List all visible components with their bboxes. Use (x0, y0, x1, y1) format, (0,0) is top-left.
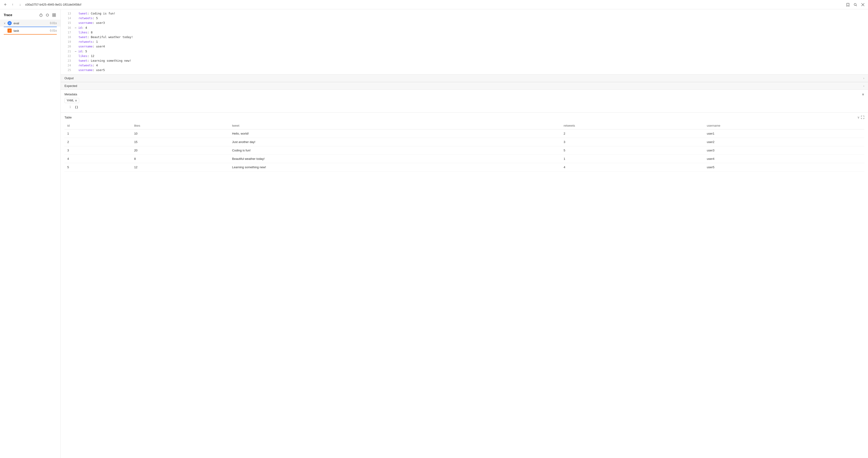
cell-id: 4 (64, 155, 131, 163)
code-line-13: 13 tweet: Coding is fun! (61, 11, 868, 16)
col-header-tweet: tweet (229, 122, 561, 129)
sidebar: Trace (0, 9, 61, 458)
col-header-retweets: retweets (561, 122, 704, 129)
expected-chevron: › (863, 84, 864, 88)
search-icon (854, 3, 857, 6)
table-header-actions: ∨ (857, 116, 864, 119)
timer-button[interactable] (38, 12, 44, 18)
eval-icon: ⟳ (7, 21, 12, 25)
svg-line-1 (856, 5, 857, 6)
code-line-18: 18 tweet: Beautiful weather today! (61, 35, 868, 39)
metadata-section: Metadata ∨ YAML ∨ 1 {} (61, 90, 868, 113)
svg-point-0 (854, 3, 856, 5)
code-line-22: 22 likes: 12 (61, 54, 868, 58)
table-row: 320Coding is fun!5user3 (64, 146, 864, 155)
yaml-dropdown[interactable]: YAML ∨ (64, 98, 79, 103)
code-line-23: 23 tweet: Learning something new! (61, 58, 868, 63)
cell-username: user5 (704, 163, 864, 172)
code-block: 13 tweet: Coding is fun! 14 retweets: 5 … (61, 9, 868, 74)
task-time: 0.01s (50, 29, 57, 32)
eval-label: eval (13, 22, 48, 25)
top-bar: ✛ ↑ ↓ c00a3757-b425-4945-9e01-1f01de0458… (0, 0, 868, 9)
svg-rect-11 (54, 15, 56, 17)
sidebar-item-eval[interactable]: ∨ ⟳ eval 0.01s (0, 20, 61, 27)
cell-likes: 8 (131, 155, 229, 163)
grid-icon (52, 13, 56, 17)
table-collapse-button[interactable]: ∨ (857, 116, 860, 119)
trace-id: c00a3757-b425-4945-9e01-1f01de0458cf (24, 3, 844, 6)
close-button[interactable] (860, 1, 866, 8)
table-expand-button[interactable] (861, 116, 864, 119)
yaml-format-label: YAML (67, 99, 74, 102)
cell-likes: 10 (131, 129, 229, 138)
expected-title: Expected (64, 84, 77, 88)
table-head: id likes tweet retweets username (64, 122, 864, 129)
code-line-17: 17 likes: 8 (61, 30, 868, 35)
expand-icon (46, 13, 49, 17)
nav-down-btn[interactable]: ↓ (17, 1, 23, 8)
col-header-id: id (64, 122, 131, 129)
bookmark-button[interactable] (845, 1, 851, 8)
cell-username: user3 (704, 146, 864, 155)
output-chevron: › (863, 77, 864, 80)
metadata-line-1: 1 (64, 105, 71, 110)
sidebar-item-chevron-eval: ∨ (4, 22, 6, 25)
table-row: 512Learning something new!4user5 (64, 163, 864, 172)
output-section-header[interactable]: Output › (61, 74, 868, 82)
cell-tweet: Learning something new! (229, 163, 561, 172)
table-title: Table (64, 116, 72, 119)
task-icon: ✓ (7, 29, 12, 33)
cell-tweet: Hello, world! (229, 129, 561, 138)
metadata-chevron: ∨ (862, 93, 864, 96)
code-line-19: 19 retweets: 1 (61, 39, 868, 44)
cell-retweets: 3 (561, 138, 704, 146)
cell-id: 1 (64, 129, 131, 138)
table-row: 215Just another day!3user2 (64, 138, 864, 146)
nav-cross-btn[interactable]: ✛ (2, 1, 8, 8)
metadata-code: 1 {} (64, 105, 864, 110)
content-area: 13 tweet: Coding is fun! 14 retweets: 5 … (61, 9, 868, 458)
table-expand-icon (861, 116, 864, 119)
table-row: 110Hello, world!2user1 (64, 129, 864, 138)
code-line-25: 25 username: user5 (61, 68, 868, 72)
table-section: Table ∨ id likes tweet retw (61, 113, 868, 174)
cell-id: 2 (64, 138, 131, 146)
cell-retweets: 5 (561, 146, 704, 155)
expected-section-header[interactable]: Expected › (61, 82, 868, 90)
table-row: 48Beautiful weather today!1user4 (64, 155, 864, 163)
code-line-16: 16 − id: 4 (61, 26, 868, 30)
top-bar-actions (845, 1, 866, 8)
sidebar-header-actions (38, 12, 57, 18)
main-layout: Trace (0, 9, 868, 458)
cell-tweet: Beautiful weather today! (229, 155, 561, 163)
code-line-24: 24 retweets: 4 (61, 63, 868, 68)
cell-likes: 15 (131, 138, 229, 146)
code-line-14: 14 retweets: 5 (61, 16, 868, 21)
metadata-header: Metadata ∨ (64, 93, 864, 96)
close-icon (861, 3, 865, 6)
task-progress-bar (4, 34, 57, 35)
bookmark-icon (846, 3, 850, 6)
cell-username: user2 (704, 138, 864, 146)
code-line-21: 21 − id: 5 (61, 49, 868, 54)
cell-id: 5 (64, 163, 131, 172)
search-button[interactable] (852, 1, 859, 8)
table-header-row: id likes tweet retweets username (64, 122, 864, 129)
grid-button[interactable] (51, 12, 57, 18)
sidebar-title: Trace (4, 13, 12, 17)
nav-up-btn[interactable]: ↑ (9, 1, 16, 8)
cell-id: 3 (64, 146, 131, 155)
expand-button[interactable] (44, 12, 50, 18)
svg-rect-9 (54, 13, 56, 15)
cell-likes: 12 (131, 163, 229, 172)
sidebar-header: Trace (0, 9, 61, 20)
code-line-20: 20 username: user4 (61, 44, 868, 49)
metadata-title-label: Metadata (64, 93, 77, 96)
task-label: task (13, 29, 48, 32)
col-header-username: username (704, 122, 864, 129)
cell-username: user1 (704, 129, 864, 138)
eval-time: 0.01s (50, 22, 57, 25)
svg-rect-8 (53, 13, 54, 15)
sidebar-item-task[interactable]: ✓ task 0.01s (0, 27, 61, 34)
table-body: 110Hello, world!2user1215Just another da… (64, 129, 864, 172)
